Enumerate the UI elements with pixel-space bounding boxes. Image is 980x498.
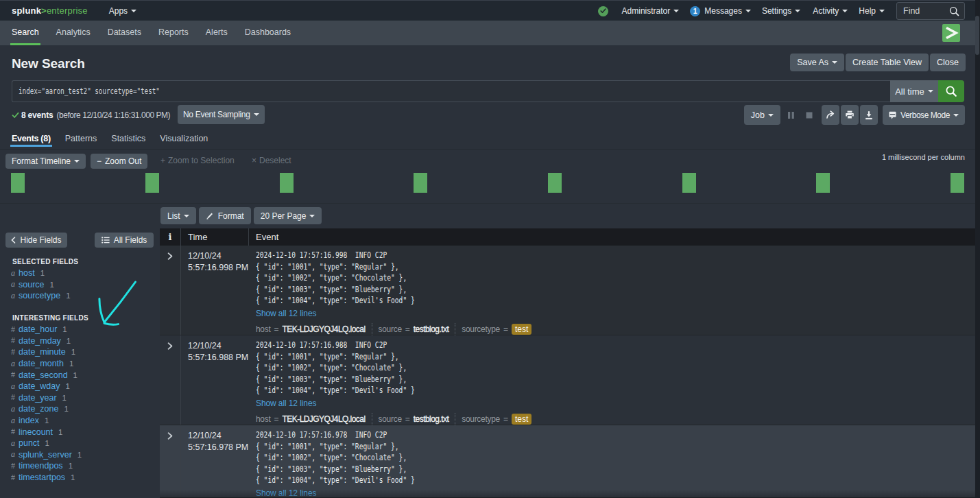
field-item-date_second[interactable]: #date_second1	[0, 369, 160, 381]
field-item-date_zone[interactable]: adate_zone1	[0, 403, 160, 415]
field-item-index[interactable]: aindex1	[0, 415, 160, 427]
field-name[interactable]: date_minute	[19, 347, 66, 357]
search-query-input[interactable]: index="aaron_test2" sourcetype="test"	[12, 80, 890, 102]
result-tab-patterns[interactable]: Patterns	[65, 129, 97, 149]
field-item-date_hour[interactable]: #date_hour1	[0, 324, 160, 335]
field-name[interactable]: timeendpos	[19, 461, 63, 471]
event-time-cell[interactable]: 12/10/245:57:16.998 PM	[181, 246, 249, 335]
timeline-bar-1[interactable]	[11, 173, 25, 193]
all-fields-button[interactable]: All Fields	[95, 233, 154, 248]
search-submit-button[interactable]	[938, 80, 964, 102]
show-all-lines-link[interactable]: Show all 12 lines	[256, 488, 316, 498]
search-app-icon[interactable]	[942, 24, 960, 42]
search-mode-button[interactable]: Verbose Mode	[883, 105, 965, 125]
timeline-bar-2[interactable]	[145, 173, 159, 193]
administrator-menu[interactable]: Administrator	[622, 6, 680, 16]
field-name[interactable]: date_month	[19, 359, 64, 368]
timeline-bar-5[interactable]	[548, 173, 562, 193]
field-value[interactable]: testblog.txt	[414, 324, 449, 334]
page-scrollbar[interactable]	[975, 0, 980, 498]
field-value[interactable]: test	[512, 414, 531, 425]
expand-event-cell[interactable]	[160, 335, 181, 425]
find-input[interactable]	[903, 6, 944, 16]
stop-icon[interactable]	[806, 112, 813, 119]
event-field-source[interactable]: source=testblog.txt	[379, 414, 449, 424]
health-check-icon[interactable]	[598, 6, 608, 16]
field-item-linecount[interactable]: #linecount1	[0, 426, 160, 438]
timeline-bar-7[interactable]	[816, 173, 830, 193]
messages-menu[interactable]: 1Messages	[690, 6, 751, 16]
splunk-logo[interactable]: splunk>enterprise	[12, 5, 88, 16]
settings-menu[interactable]: Settings	[762, 6, 800, 16]
field-item-punct[interactable]: apunct1	[0, 438, 160, 449]
appnav-item-alerts[interactable]: Alerts	[206, 21, 228, 45]
format-timeline-button[interactable]: Format Timeline	[5, 154, 86, 169]
export-button[interactable]	[860, 105, 878, 125]
show-all-lines-link[interactable]: Show all 12 lines	[256, 308, 316, 319]
event-time-cell[interactable]: 12/10/245:57:16.988 PM	[181, 335, 249, 425]
list-view-button[interactable]: List	[160, 207, 196, 224]
event-field-sourcetype[interactable]: sourcetype=test	[462, 414, 531, 425]
timeline-bar-8[interactable]	[951, 173, 964, 193]
event-time-cell[interactable]: 12/10/245:57:16.978 PM	[181, 425, 249, 497]
job-menu-button[interactable]: Job	[744, 105, 780, 125]
field-item-date_minute[interactable]: #date_minute1	[0, 346, 160, 358]
field-item-date_wday[interactable]: adate_wday1	[0, 381, 160, 392]
close-button[interactable]: Close	[930, 54, 966, 71]
zoom-out-button[interactable]: −Zoom Out	[91, 154, 147, 169]
timeline-bar-6[interactable]	[682, 173, 696, 193]
field-item-date_year[interactable]: #date_year1	[0, 392, 160, 404]
field-item-host[interactable]: ahost1	[0, 268, 160, 279]
field-name[interactable]: splunk_server	[19, 450, 72, 460]
field-name[interactable]: date_second	[19, 370, 68, 380]
field-item-date_month[interactable]: adate_month1	[0, 358, 160, 370]
apps-menu[interactable]: Apps	[109, 6, 136, 16]
field-item-splunk_server[interactable]: asplunk_server1	[0, 449, 160, 461]
field-name[interactable]: date_wday	[19, 381, 60, 391]
help-menu[interactable]: Help	[859, 6, 885, 16]
expand-event-cell[interactable]	[160, 246, 181, 335]
format-button[interactable]: Format	[199, 207, 251, 224]
find-search-box[interactable]	[896, 2, 965, 20]
field-value[interactable]: test	[512, 324, 531, 335]
timeline-bar-4[interactable]	[414, 173, 427, 193]
field-name[interactable]: punct	[19, 438, 40, 448]
timeline-bar-3[interactable]	[280, 173, 294, 193]
print-button[interactable]	[841, 105, 859, 125]
pause-icon[interactable]	[787, 111, 795, 119]
scrollbar-thumb[interactable]	[975, 16, 979, 55]
field-name[interactable]: date_zone	[19, 404, 58, 414]
field-item-timestartpos[interactable]: #timestartpos1	[0, 472, 160, 484]
show-all-lines-link[interactable]: Show all 12 lines	[256, 398, 316, 409]
field-name[interactable]: date_year	[19, 393, 57, 403]
appnav-item-analytics[interactable]: Analytics	[56, 21, 91, 45]
field-item-sourcetype[interactable]: asourcetype1	[0, 290, 160, 302]
field-item-timeendpos[interactable]: #timeendpos1	[0, 460, 160, 472]
event-field-host[interactable]: host=TEK-LDJGYQJ4LQ.local	[256, 414, 366, 424]
field-item-date_mday[interactable]: #date_mday1	[0, 335, 160, 347]
appnav-item-reports[interactable]: Reports	[158, 21, 189, 45]
field-name[interactable]: date_hour	[19, 324, 57, 334]
field-item-source[interactable]: asource1	[0, 279, 160, 291]
result-tab-statistics[interactable]: Statistics	[111, 129, 145, 149]
field-name[interactable]: date_mday	[19, 336, 61, 346]
per-page-button[interactable]: 20 Per Page	[254, 207, 322, 224]
field-name[interactable]: host	[19, 268, 35, 278]
event-field-source[interactable]: source=testblog.txt	[379, 324, 449, 334]
hide-fields-button[interactable]: Hide Fields	[5, 233, 67, 248]
share-button[interactable]	[822, 105, 839, 125]
result-tab-visualization[interactable]: Visualization	[160, 129, 208, 149]
event-field-host[interactable]: host=TEK-LDJGYQJ4LQ.local	[256, 324, 366, 334]
appnav-item-search[interactable]: Search	[12, 21, 39, 45]
expand-event-cell[interactable]	[160, 425, 181, 497]
time-range-picker[interactable]: All time	[890, 80, 938, 102]
event-field-sourcetype[interactable]: sourcetype=test	[462, 324, 531, 335]
appnav-item-dashboards[interactable]: Dashboards	[245, 21, 291, 45]
activity-menu[interactable]: Activity	[813, 6, 848, 16]
field-value[interactable]: testblog.txt	[414, 414, 449, 424]
save-as-button[interactable]: Save As	[790, 54, 844, 71]
field-name[interactable]: timestartpos	[19, 473, 65, 482]
field-value[interactable]: TEK-LDJGYQJ4LQ.local	[283, 324, 366, 334]
field-value[interactable]: TEK-LDJGYQJ4LQ.local	[283, 414, 366, 424]
result-tab-events[interactable]: Events (8)	[12, 129, 51, 149]
